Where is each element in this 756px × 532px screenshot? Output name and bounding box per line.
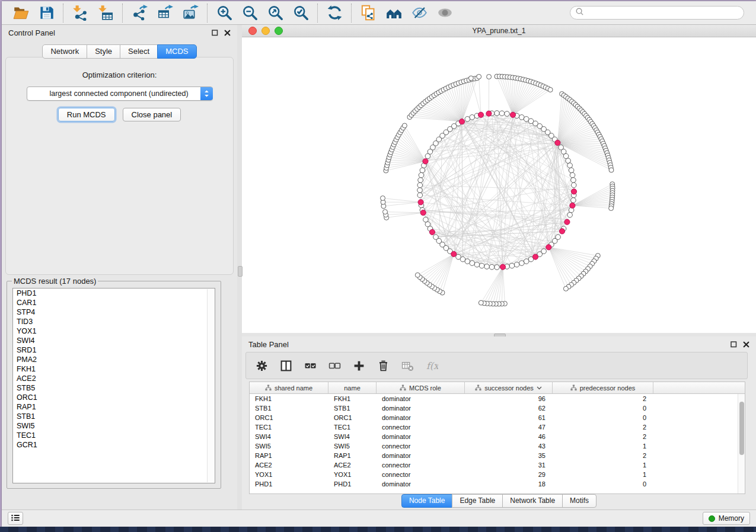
list-item[interactable]: FKH1	[13, 364, 215, 374]
table-row[interactable]: FKH1FKH1dominator962	[250, 394, 745, 403]
table-row[interactable]: TEC1TEC1connector472	[250, 422, 745, 432]
table-row[interactable]: ACE2ACE2connector311	[250, 460, 745, 470]
apply-layout-button[interactable]	[326, 4, 343, 22]
settings-gear-button[interactable]	[254, 358, 269, 373]
tab-mcds[interactable]: MCDS	[157, 44, 196, 59]
table-row[interactable]: SWI4SWI4dominator462	[250, 432, 745, 441]
table-row[interactable]: YOX1YOX1connector291	[250, 470, 745, 479]
list-item[interactable]: SWI4	[13, 336, 215, 345]
network-graph[interactable]	[242, 37, 756, 333]
desktop-dock-strip	[0, 527, 756, 532]
table-cell: PHD1	[328, 479, 377, 489]
tab-network[interactable]: Network	[42, 44, 87, 59]
table-cell: 2	[553, 451, 653, 460]
table-cell: SWI4	[250, 432, 328, 441]
list-item[interactable]: STB5	[13, 383, 215, 393]
zoom-out-button[interactable]	[241, 4, 259, 22]
new-network-from-selection-button[interactable]	[359, 4, 377, 22]
float-panel-icon[interactable]	[212, 30, 218, 36]
scrollbar-thumb[interactable]	[739, 402, 744, 455]
result-list-scrollbar[interactable]	[207, 289, 214, 482]
column-header-MCDS-role[interactable]: MCDS role	[377, 382, 465, 393]
save-session-button[interactable]	[37, 4, 55, 22]
zoom-fit-button[interactable]	[266, 4, 284, 22]
table-cell: ORC1	[250, 413, 328, 422]
column-header-name[interactable]: name	[328, 382, 377, 393]
list-item[interactable]: RAP1	[13, 402, 215, 412]
open-file-button[interactable]	[12, 4, 30, 22]
table-cell: 29	[465, 470, 553, 479]
close-panel-icon[interactable]	[224, 30, 231, 36]
list-item[interactable]: SRD1	[13, 345, 215, 355]
hide-selected-button[interactable]	[410, 4, 428, 22]
memory-button[interactable]: Memory	[703, 512, 750, 525]
columns-button[interactable]	[279, 358, 293, 373]
select-all-button[interactable]	[303, 358, 317, 373]
table-cell: connector	[377, 441, 465, 451]
tab-network-table[interactable]: Network Table	[502, 494, 563, 508]
table-row[interactable]: ORC1ORC1dominator610	[250, 413, 745, 422]
column-header-shared-name[interactable]: shared name	[250, 382, 328, 393]
list-item[interactable]: YOX1	[13, 326, 215, 336]
svg-text:f(x): f(x)	[426, 360, 438, 371]
table-row[interactable]: RAP1RAP1dominator352	[250, 451, 745, 460]
control-panel-tabs: NetworkStyleSelectMCDS	[2, 44, 237, 59]
first-neighbors-button[interactable]	[385, 4, 403, 22]
table-row[interactable]: STB1STB1dominator620	[250, 403, 745, 413]
list-item[interactable]: TEC1	[13, 431, 215, 440]
table-cell: connector	[377, 460, 465, 470]
delete-row-icon	[377, 360, 390, 372]
tab-style[interactable]: Style	[87, 44, 120, 59]
list-item[interactable]: PMA2	[13, 355, 215, 364]
table-cell: TEC1	[328, 422, 377, 432]
list-item[interactable]: ORC1	[13, 393, 215, 402]
tab-motifs[interactable]: Motifs	[562, 494, 596, 508]
table-scrollbar[interactable]	[738, 394, 745, 493]
show-all-button[interactable]	[436, 4, 454, 22]
search-box[interactable]	[570, 6, 744, 20]
export-network-button[interactable]	[130, 4, 148, 22]
import-table-button[interactable]	[97, 4, 114, 22]
delete-row-button[interactable]	[376, 358, 390, 373]
add-row-button[interactable]	[352, 358, 366, 373]
export-table-button[interactable]	[156, 4, 174, 22]
run-mcds-button[interactable]: Run MCDS	[58, 108, 115, 121]
list-item[interactable]: STB1	[13, 412, 215, 421]
column-header-successor-nodes[interactable]: successor nodes	[465, 382, 553, 393]
close-panel-icon[interactable]	[743, 341, 749, 348]
export-image-button[interactable]	[181, 4, 199, 22]
vertical-splitter[interactable]	[237, 25, 242, 509]
list-item[interactable]: SWI5	[13, 421, 215, 431]
list-item[interactable]: CAR1	[13, 298, 215, 307]
list-item[interactable]: PHD1	[13, 289, 215, 298]
criterion-dropdown[interactable]: largest connected component (undirected)	[27, 86, 213, 101]
import-table-icon	[98, 5, 114, 21]
tab-select[interactable]: Select	[120, 44, 158, 59]
table-row[interactable]: PHD1PHD1dominator180	[250, 479, 745, 489]
node-table: shared namenameMCDS rolesuccessor nodesp…	[249, 382, 745, 494]
task-history-button[interactable]	[8, 512, 23, 525]
import-network-button[interactable]	[71, 4, 89, 22]
criterion-label: Optimization criterion:	[6, 70, 233, 79]
float-panel-icon[interactable]	[731, 341, 737, 348]
list-item[interactable]: TID3	[13, 317, 215, 326]
tab-edge-table[interactable]: Edge Table	[452, 494, 503, 508]
tab-node-table[interactable]: Node Table	[401, 494, 453, 508]
close-panel-button[interactable]: Close panel	[123, 108, 181, 121]
mcds-result-list[interactable]: PHD1CAR1STP4TID3YOX1SWI4SRD1PMA2FKH1ACE2…	[12, 288, 215, 483]
list-item[interactable]: ACE2	[13, 374, 215, 383]
list-item[interactable]: GCR1	[13, 440, 215, 450]
zoom-out-icon	[242, 5, 258, 21]
deselect-all-button[interactable]	[327, 358, 342, 373]
splitter-grip[interactable]	[238, 266, 243, 277]
zoom-selected-button[interactable]	[292, 4, 310, 22]
table-cell: 62	[465, 403, 553, 413]
function-builder-button[interactable]: f(x)	[425, 358, 439, 373]
search-input[interactable]	[587, 8, 739, 18]
zoom-in-button[interactable]	[215, 4, 233, 22]
column-header-predecessor-nodes[interactable]: predecessor nodes	[553, 382, 653, 393]
table-row[interactable]: SWI5SWI5connector431	[250, 441, 745, 451]
network-canvas[interactable]	[242, 37, 756, 333]
delete-table-button[interactable]	[400, 358, 414, 373]
list-item[interactable]: STP4	[13, 307, 215, 317]
